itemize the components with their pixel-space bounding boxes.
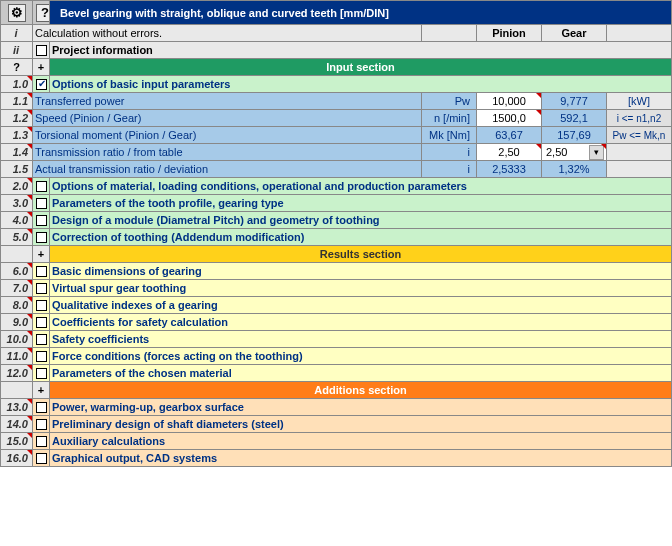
r10-0-label: Safety coefficients <box>50 331 672 348</box>
calc-status: Calculation without errors. <box>33 25 422 42</box>
r15-0-label: Auxiliary calculations <box>50 433 672 450</box>
r1-3-label: Torsional moment (Pinion / Gear) <box>33 127 422 144</box>
row-num: 1.3 <box>1 127 33 144</box>
r11-0-checkbox[interactable] <box>36 351 47 362</box>
r2-0-label: Options of material, loading conditions,… <box>50 178 672 195</box>
row-num: 14.0 <box>1 416 33 433</box>
r7-0-label: Virtual spur gear toothing <box>50 280 672 297</box>
row-num: 5.0 <box>1 229 33 246</box>
r1-4-sym: i <box>421 144 476 161</box>
r1-0-checkbox[interactable]: ✔ <box>36 79 47 90</box>
r14-0-label: Preliminary design of shaft diameters (s… <box>50 416 672 433</box>
r11-0-label: Force conditions (forces acting on the t… <box>50 348 672 365</box>
row-num: 1.5 <box>1 161 33 178</box>
r12-0-label: Parameters of the chosen material <box>50 365 672 382</box>
r1-1-pinion-input[interactable]: 10,000 <box>476 93 541 110</box>
additions-section-header: Additions section <box>50 382 672 399</box>
r1-5-label: Actual transmission ratio / deviation <box>33 161 422 178</box>
help-icon[interactable]: ? <box>33 1 50 25</box>
r14-0-checkbox[interactable] <box>36 419 47 430</box>
r6-0-label: Basic dimensions of gearing <box>50 263 672 280</box>
row-num: 12.0 <box>1 365 33 382</box>
row-num: 16.0 <box>1 450 33 467</box>
r1-3-gear-value: 157,69 <box>541 127 606 144</box>
r10-0-checkbox[interactable] <box>36 334 47 345</box>
row-num: 1.0 <box>1 76 33 93</box>
row-num: 1.1 <box>1 93 33 110</box>
app-icon[interactable]: ⚙ <box>1 1 33 25</box>
row-num: 8.0 <box>1 297 33 314</box>
r1-5-pinion-value: 2,5333 <box>476 161 541 178</box>
r4-0-label: Design of a module (Diametral Pitch) and… <box>50 212 672 229</box>
row-num: 7.0 <box>1 280 33 297</box>
row-num: 11.0 <box>1 348 33 365</box>
r1-1-sym: Pw <box>421 93 476 110</box>
title-bar: Bevel gearing with straight, oblique and… <box>50 1 672 25</box>
r1-1-label: Transferred power <box>33 93 422 110</box>
r3-0-label: Parameters of the tooth profile, gearing… <box>50 195 672 212</box>
proj-info-checkbox[interactable] <box>36 45 47 56</box>
r2-0-checkbox[interactable] <box>36 181 47 192</box>
r1-1-unit: [kW] <box>606 93 671 110</box>
input-section-header: Input section <box>50 59 672 76</box>
r1-0-label: Options of basic input parameters <box>50 76 672 93</box>
row-num: 15.0 <box>1 433 33 450</box>
r1-5-sym: i <box>421 161 476 178</box>
r1-2-sym: n [/min] <box>421 110 476 127</box>
row-num: 1.4 <box>1 144 33 161</box>
r1-2-gear-value: 592,1 <box>541 110 606 127</box>
row-num: 6.0 <box>1 263 33 280</box>
r8-0-label: Qualitative indexes of a gearing <box>50 297 672 314</box>
r1-4-gear-dropdown[interactable]: 2,50 <box>541 144 606 161</box>
col-extra <box>606 25 671 42</box>
row-num: 9.0 <box>1 314 33 331</box>
r12-0-checkbox[interactable] <box>36 368 47 379</box>
input-help-button[interactable]: ? <box>1 59 33 76</box>
r4-0-checkbox[interactable] <box>36 215 47 226</box>
r5-0-label: Correction of toothing (Addendum modific… <box>50 229 672 246</box>
additions-blank <box>1 382 33 399</box>
r5-0-checkbox[interactable] <box>36 232 47 243</box>
r16-0-label: Graphical output, CAD systems <box>50 450 672 467</box>
r1-2-button[interactable]: i <= n1,n2 <box>606 110 671 127</box>
col-pinion: Pinion <box>476 25 541 42</box>
row-num: 2.0 <box>1 178 33 195</box>
r13-0-checkbox[interactable] <box>36 402 47 413</box>
row-num: 4.0 <box>1 212 33 229</box>
r1-4-label: Transmission ratio / from table <box>33 144 422 161</box>
r7-0-checkbox[interactable] <box>36 283 47 294</box>
row-num: 13.0 <box>1 399 33 416</box>
r1-3-pinion-value: 63,67 <box>476 127 541 144</box>
r15-0-checkbox[interactable] <box>36 436 47 447</box>
r1-2-label: Speed (Pinion / Gear) <box>33 110 422 127</box>
results-blank <box>1 246 33 263</box>
r9-0-label: Coefficients for safety calculation <box>50 314 672 331</box>
r16-0-checkbox[interactable] <box>36 453 47 464</box>
row-num: 3.0 <box>1 195 33 212</box>
r6-0-checkbox[interactable] <box>36 266 47 277</box>
additions-expand-button[interactable]: + <box>33 382 50 399</box>
input-expand-button[interactable]: + <box>33 59 50 76</box>
r1-3-button[interactable]: Pw <= Mk,n <box>606 127 671 144</box>
r1-1-gear-value: 9,777 <box>541 93 606 110</box>
results-section-header: Results section <box>50 246 672 263</box>
r1-2-pinion-input[interactable]: 1500,0 <box>476 110 541 127</box>
row-i: i <box>1 25 33 42</box>
r1-3-sym: Mk [Nm] <box>421 127 476 144</box>
col-gear: Gear <box>541 25 606 42</box>
row-num: 1.2 <box>1 110 33 127</box>
r8-0-checkbox[interactable] <box>36 300 47 311</box>
r3-0-checkbox[interactable] <box>36 198 47 209</box>
r1-4-pinion-input[interactable]: 2,50 <box>476 144 541 161</box>
r9-0-checkbox[interactable] <box>36 317 47 328</box>
proj-info-label: Project information <box>50 42 672 59</box>
r13-0-label: Power, warming-up, gearbox surface <box>50 399 672 416</box>
row-num: 10.0 <box>1 331 33 348</box>
results-expand-button[interactable]: + <box>33 246 50 263</box>
r1-5-gear-value: 1,32% <box>541 161 606 178</box>
row-ii: ii <box>1 42 33 59</box>
